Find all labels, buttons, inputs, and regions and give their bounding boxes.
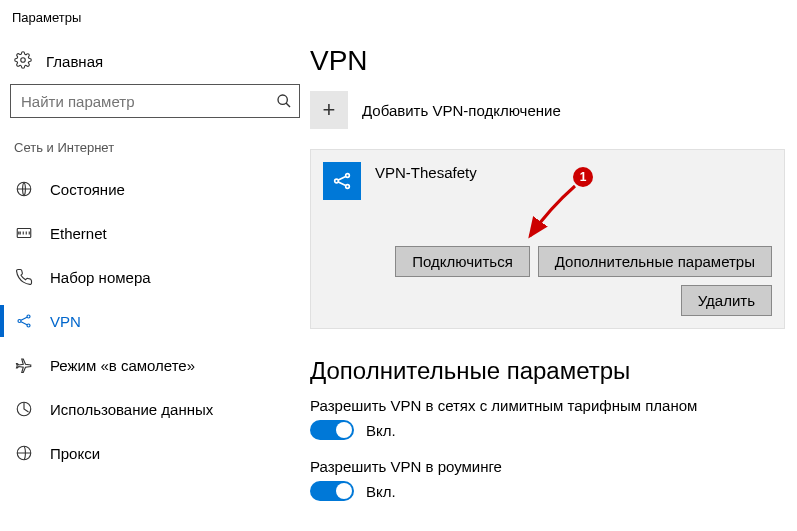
add-vpn-row[interactable]: + Добавить VPN-подключение (310, 91, 785, 129)
setting-roaming-label: Разрешить VPN в роуминге (310, 458, 785, 475)
search-field[interactable] (11, 93, 269, 110)
sidebar: Главная Сеть и Интернет Состояние Ethern… (0, 31, 310, 530)
setting-metered-toggle[interactable] (310, 420, 354, 440)
vpn-connection-icon (323, 162, 361, 200)
svg-point-12 (346, 185, 350, 189)
sidebar-item-label: VPN (50, 313, 81, 330)
svg-line-2 (286, 103, 290, 107)
setting-roaming-state: Вкл. (366, 483, 396, 500)
sidebar-home-label: Главная (46, 53, 103, 70)
proxy-icon (14, 444, 34, 462)
svg-point-5 (18, 320, 21, 323)
sidebar-item-label: Ethernet (50, 225, 107, 242)
sidebar-item-label: Прокси (50, 445, 100, 462)
search-icon (269, 93, 299, 109)
svg-point-10 (335, 179, 339, 183)
svg-point-7 (27, 324, 30, 327)
svg-point-1 (278, 95, 287, 104)
sidebar-item-label: Состояние (50, 181, 125, 198)
dialup-icon (14, 268, 34, 286)
extra-section-title: Дополнительные параметры (310, 357, 785, 385)
add-vpn-label: Добавить VPN-подключение (362, 102, 561, 119)
setting-roaming-toggle[interactable] (310, 481, 354, 501)
sidebar-item-dialup[interactable]: Набор номера (10, 255, 300, 299)
annotation-badge-1: 1 (573, 167, 593, 187)
ethernet-icon (14, 224, 34, 242)
content: VPN + Добавить VPN-подключение VPN-Thesa… (310, 31, 797, 530)
setting-metered-state: Вкл. (366, 422, 396, 439)
sidebar-item-airplane[interactable]: Режим «в самолете» (10, 343, 300, 387)
sidebar-item-label: Набор номера (50, 269, 151, 286)
gear-icon (14, 51, 32, 72)
data-usage-icon (14, 400, 34, 418)
page-title: VPN (310, 45, 785, 77)
sidebar-item-ethernet[interactable]: Ethernet (10, 211, 300, 255)
vpn-connection-name: VPN-Thesafety (375, 162, 477, 181)
setting-metered-label: Разрешить VPN в сетях с лимитным тарифны… (310, 397, 785, 414)
plus-icon: + (310, 91, 348, 129)
search-input[interactable] (10, 84, 300, 118)
delete-button[interactable]: Удалить (681, 285, 772, 316)
vpn-connection-card[interactable]: VPN-Thesafety Подключиться Дополнительны… (310, 149, 785, 329)
sidebar-item-label: Использование данных (50, 401, 213, 418)
svg-point-0 (21, 58, 26, 63)
svg-point-6 (27, 315, 30, 318)
sidebar-item-status[interactable]: Состояние (10, 167, 300, 211)
airplane-icon (14, 356, 34, 374)
sidebar-item-proxy[interactable]: Прокси (10, 431, 300, 475)
status-icon (14, 180, 34, 198)
svg-point-11 (346, 174, 350, 178)
vpn-icon (14, 312, 34, 330)
advanced-params-button[interactable]: Дополнительные параметры (538, 246, 772, 277)
sidebar-home[interactable]: Главная (10, 45, 300, 84)
sidebar-item-datausage[interactable]: Использование данных (10, 387, 300, 431)
sidebar-item-label: Режим «в самолете» (50, 357, 195, 374)
connect-button[interactable]: Подключиться (395, 246, 529, 277)
sidebar-item-vpn[interactable]: VPN (10, 299, 300, 343)
app-title: Параметры (0, 0, 797, 31)
nav-group-header: Сеть и Интернет (14, 140, 300, 155)
